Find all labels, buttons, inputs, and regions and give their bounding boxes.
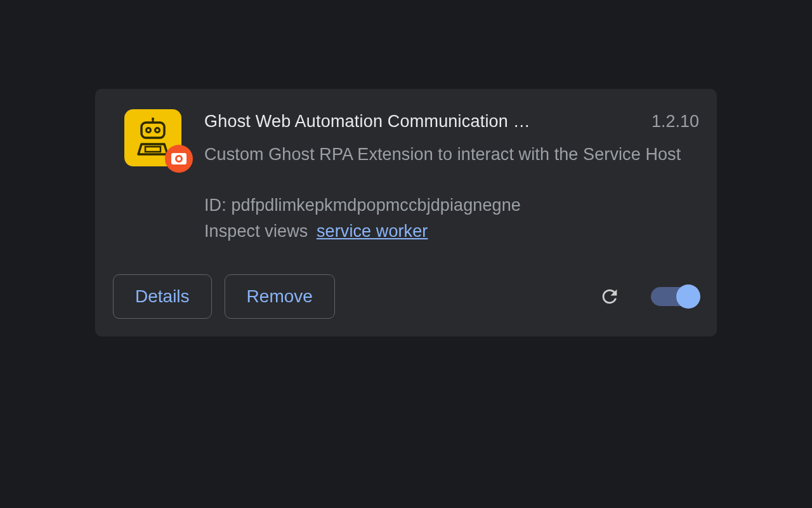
extension-card: Ghost Web Automation Communication … 1.2… <box>95 89 717 337</box>
inspect-label: Inspect views <box>204 222 308 241</box>
svg-rect-5 <box>145 147 160 152</box>
extension-version: 1.2.10 <box>652 112 699 131</box>
svg-point-2 <box>155 128 160 133</box>
svg-rect-6 <box>171 153 187 164</box>
details-button[interactable]: Details <box>113 274 212 319</box>
svg-rect-0 <box>141 123 164 138</box>
reload-icon <box>599 286 620 307</box>
toggle-knob <box>676 284 700 309</box>
extension-name: Ghost Web Automation Communication … <box>204 112 636 131</box>
right-controls <box>599 286 699 307</box>
title-row: Ghost Web Automation Communication … 1.2… <box>204 112 699 131</box>
reload-button[interactable] <box>599 286 620 307</box>
card-bottom-section: Details Remove <box>113 274 699 319</box>
svg-point-1 <box>147 128 151 133</box>
remove-button[interactable]: Remove <box>225 274 335 319</box>
extension-description: Custom Ghost RPA Extension to interact w… <box>204 142 699 168</box>
extension-icon-wrapper <box>124 109 181 166</box>
extension-content: Ghost Web Automation Communication … 1.2… <box>204 109 699 241</box>
camera-error-icon <box>171 152 187 165</box>
error-badge-icon <box>165 145 193 173</box>
svg-point-4 <box>152 117 154 120</box>
enable-toggle[interactable] <box>651 287 699 306</box>
extension-id-line: ID: pdfpdlimkepkmdpopmccbjdpiagnegne <box>204 196 699 215</box>
button-group: Details Remove <box>113 274 335 319</box>
id-label: ID: <box>204 196 231 215</box>
inspect-views-line: Inspect views service worker <box>204 222 699 241</box>
card-top-section: Ghost Web Automation Communication … 1.2… <box>113 109 699 241</box>
service-worker-link[interactable]: service worker <box>317 222 428 241</box>
extension-id: pdfpdlimkepkmdpopmccbjdpiagnegne <box>231 196 521 215</box>
